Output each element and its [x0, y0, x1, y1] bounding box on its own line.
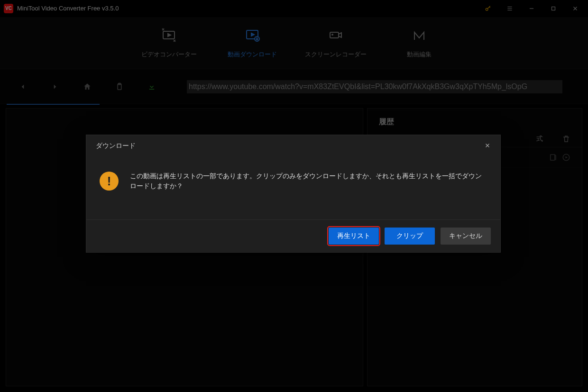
download-dialog: ダウンロード ! この動画は再生リストの一部であります。クリップのみをダウンロー… [86, 135, 501, 253]
dialog-close-button[interactable] [484, 142, 491, 150]
dialog-message: この動画は再生リストの一部であります。クリップのみをダウンロードしますか、それと… [130, 171, 487, 191]
warning-icon: ! [100, 172, 119, 191]
playlist-button[interactable]: 再生リスト [329, 228, 379, 245]
dialog-title-bar: ダウンロード [86, 135, 500, 157]
dialog-title: ダウンロード [96, 142, 136, 150]
dialog-actions: 再生リスト クリップ キャンセル [86, 220, 500, 252]
cancel-button[interactable]: キャンセル [441, 228, 491, 245]
clip-button[interactable]: クリップ [385, 228, 435, 245]
